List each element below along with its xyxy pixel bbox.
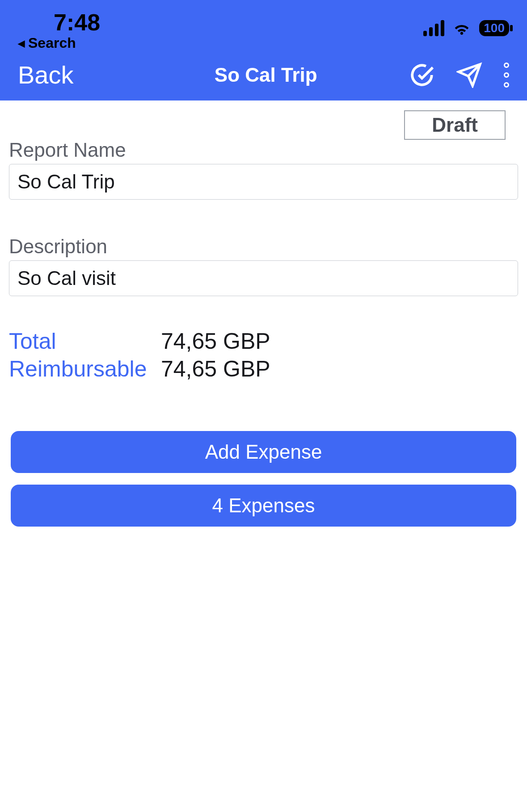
report-name-label: Report Name — [9, 139, 518, 161]
description-label: Description — [9, 235, 518, 258]
more-options-icon[interactable] — [504, 63, 509, 88]
wifi-icon — [452, 19, 471, 38]
reimbursable-value: 74,65 GBP — [161, 356, 270, 382]
nav-bar: Back So Cal Trip — [0, 54, 527, 100]
battery-indicator: 100 — [479, 20, 509, 36]
description-input[interactable] — [9, 260, 518, 296]
total-label: Total — [9, 328, 161, 354]
status-back-label: Search — [28, 35, 76, 51]
back-triangle-icon: ◀ — [18, 38, 25, 49]
status-time: 7:48 — [18, 9, 100, 36]
back-button[interactable]: Back — [18, 60, 74, 89]
status-badge: Draft — [404, 110, 506, 140]
mark-complete-icon[interactable] — [409, 62, 435, 88]
expenses-list-button[interactable]: 4 Expenses — [11, 485, 516, 527]
status-back-to-search[interactable]: ◀ Search — [18, 35, 100, 51]
send-icon[interactable] — [456, 62, 482, 88]
total-value: 74,65 GBP — [161, 328, 270, 354]
status-bar: 7:48 ◀ Search 100 — [0, 0, 527, 54]
page-title: So Cal Trip — [215, 64, 317, 86]
cellular-signal-icon — [423, 20, 444, 36]
add-expense-button[interactable]: Add Expense — [11, 431, 516, 473]
report-name-input[interactable] — [9, 164, 518, 200]
reimbursable-label: Reimbursable — [9, 356, 161, 382]
